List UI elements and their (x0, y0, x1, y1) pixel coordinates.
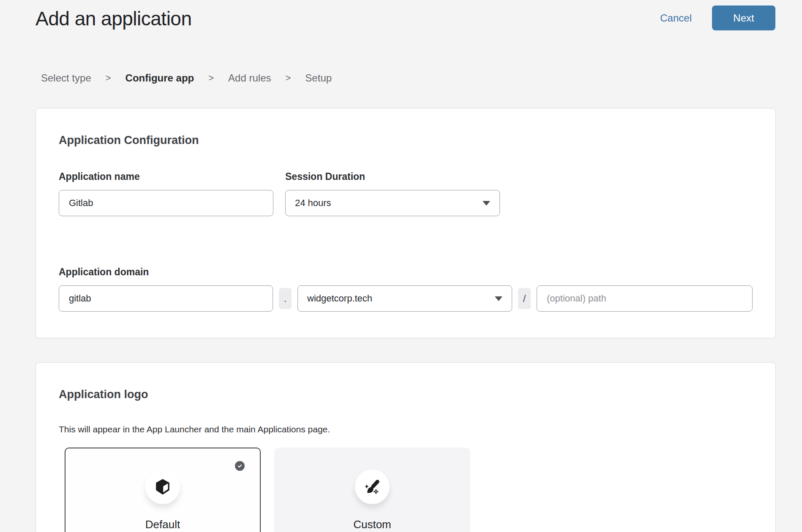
session-duration-label: Session Duration (285, 171, 500, 182)
page-header: Add an application Cancel Next (0, 0, 802, 32)
custom-logo-circle (355, 470, 390, 504)
breadcrumb-step-configure-app[interactable]: Configure app (125, 72, 194, 84)
logo-option-default[interactable]: Default (65, 448, 261, 532)
logo-card-heading: Application logo (59, 387, 753, 402)
logo-card-description: This will appear in the App Launcher and… (59, 423, 753, 435)
session-duration-select[interactable]: 24 hours (285, 190, 500, 216)
breadcrumb-step-setup[interactable]: Setup (305, 72, 332, 84)
application-configuration-card: Application Configuration Application na… (35, 108, 776, 338)
dot-separator: . (279, 288, 292, 309)
application-name-label: Application name (59, 171, 273, 182)
header-actions: Cancel Next (660, 5, 775, 30)
application-name-input[interactable] (59, 190, 273, 216)
logo-option-custom[interactable]: Custom (274, 448, 470, 532)
cube-icon (154, 478, 171, 496)
session-duration-selected-value: 24 hours (295, 198, 331, 209)
logo-option-label: Default (145, 518, 180, 531)
application-domain-label: Application domain (59, 266, 753, 278)
selected-check-badge (235, 461, 245, 471)
breadcrumb-separator: > (208, 73, 214, 84)
path-input[interactable] (537, 285, 753, 312)
logo-option-label: Custom (353, 518, 391, 531)
page-title: Add an application (35, 5, 192, 32)
check-icon (237, 463, 243, 469)
breadcrumb-step-select-type[interactable]: Select type (41, 72, 91, 84)
application-name-field-group: Application name (59, 171, 273, 216)
breadcrumb-separator: > (286, 73, 291, 84)
domain-select[interactable]: widgetcorp.tech (297, 285, 512, 312)
application-logo-card: Application logo This will appear in the… (35, 362, 776, 532)
subdomain-input[interactable] (59, 285, 273, 312)
domain-selected-value: widgetcorp.tech (307, 293, 372, 304)
paintbrush-icon (363, 478, 381, 496)
application-domain-row: . widgetcorp.tech / (59, 285, 753, 312)
breadcrumb: Select type > Configure app > Add rules … (41, 72, 802, 84)
chevron-down-icon (495, 296, 502, 301)
configuration-card-heading: Application Configuration (59, 133, 753, 147)
default-logo-circle (145, 470, 180, 504)
cancel-button[interactable]: Cancel (660, 5, 692, 30)
next-button[interactable]: Next (712, 5, 775, 30)
session-duration-field-group: Session Duration 24 hours (285, 171, 500, 216)
slash-separator: / (518, 288, 531, 309)
logo-options: Default Custom (65, 448, 753, 532)
breadcrumb-separator: > (106, 73, 111, 84)
chevron-down-icon (483, 201, 490, 206)
breadcrumb-step-add-rules[interactable]: Add rules (228, 72, 271, 84)
